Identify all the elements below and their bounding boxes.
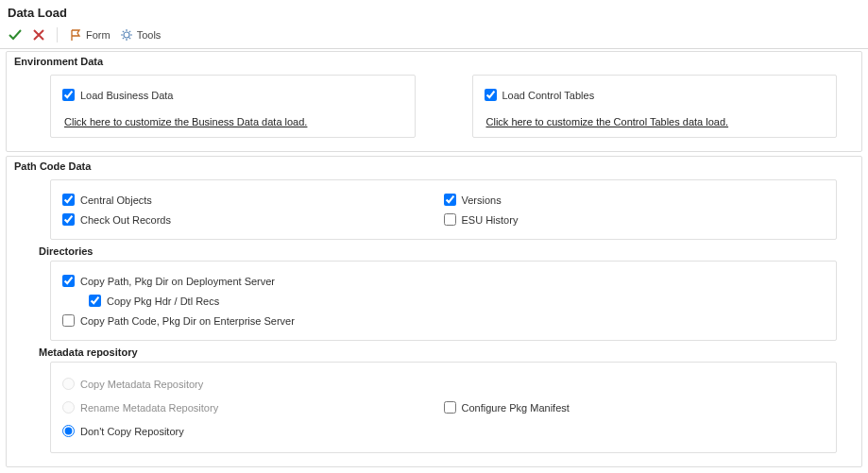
tools-menu-label: Tools: [137, 29, 162, 41]
rename-metadata-repo-label[interactable]: Rename Metadata Repository: [80, 402, 218, 414]
svg-line-7: [128, 31, 129, 32]
copy-metadata-repo-radio[interactable]: [62, 378, 75, 390]
dont-copy-repo-radio[interactable]: [62, 425, 75, 437]
load-business-data-checkbox[interactable]: [62, 89, 75, 101]
form-menu[interactable]: Form: [69, 28, 111, 42]
toolbar-menus: Form Tools: [69, 28, 161, 42]
check-icon: [8, 27, 23, 42]
check-out-records-label[interactable]: Check Out Records: [80, 214, 171, 226]
copy-pkg-hdr-dtl-label[interactable]: Copy Pkg Hdr / Dtl Recs: [107, 296, 219, 307]
customize-control-tables-link[interactable]: Click here to customize the Control Tabl…: [486, 116, 729, 127]
load-control-tables-label[interactable]: Load Control Tables: [502, 90, 595, 101]
esu-history-label[interactable]: ESU History: [462, 214, 519, 226]
tools-menu[interactable]: Tools: [120, 28, 162, 42]
copy-pkg-hdr-dtl-checkbox[interactable]: [89, 295, 101, 307]
load-control-tables-checkbox[interactable]: [485, 89, 497, 101]
copy-path-pkg-deploy-checkbox[interactable]: [62, 275, 75, 287]
environment-section-title: Environment Data: [12, 56, 856, 71]
customize-business-data-link[interactable]: Click here to customize the Business Dat…: [64, 116, 307, 127]
directories-title: Directories: [39, 245, 856, 257]
toolbar: Form Tools: [0, 24, 868, 49]
metadata-title: Metadata repository: [39, 346, 856, 358]
check-out-records-checkbox[interactable]: [62, 213, 75, 226]
business-data-box: Load Business Data Click here to customi…: [50, 75, 416, 138]
svg-line-8: [122, 38, 123, 39]
dont-copy-repo-label[interactable]: Don't Copy Repository: [80, 426, 184, 437]
toolbar-actions: [8, 27, 45, 42]
directories-box: Copy Path, Pkg Dir on Deployment Server …: [50, 261, 837, 341]
toolbar-divider: [57, 27, 58, 42]
versions-checkbox[interactable]: [444, 194, 456, 206]
metadata-box: Copy Metadata Repository Rename Metadata…: [50, 362, 837, 453]
pathcode-top-box: Central Objects Check Out Records Versio…: [50, 179, 837, 240]
close-icon: [32, 28, 45, 42]
environment-data-section: Environment Data Load Business Data Clic…: [6, 51, 862, 152]
configure-pkg-manifest-label[interactable]: Configure Pkg Manifest: [462, 402, 570, 414]
flag-icon: [69, 28, 82, 42]
ok-button[interactable]: [8, 27, 23, 42]
control-tables-box: Load Control Tables Click here to custom…: [472, 75, 838, 138]
copy-metadata-repo-label[interactable]: Copy Metadata Repository: [80, 379, 203, 390]
path-code-data-section: Path Code Data Central Objects Check Out…: [6, 156, 862, 467]
gear-icon: [120, 28, 133, 42]
svg-point-0: [124, 32, 129, 38]
cancel-button[interactable]: [32, 28, 45, 42]
central-objects-label[interactable]: Central Objects: [80, 194, 152, 206]
load-business-data-label[interactable]: Load Business Data: [80, 90, 173, 101]
rename-metadata-repo-radio[interactable]: [62, 401, 75, 414]
page-title: Data Load: [0, 0, 868, 24]
esu-history-checkbox[interactable]: [444, 213, 456, 226]
copy-pathcode-pkg-enterprise-checkbox[interactable]: [62, 314, 75, 327]
versions-label[interactable]: Versions: [462, 194, 502, 206]
configure-pkg-manifest-checkbox[interactable]: [444, 401, 456, 414]
copy-path-pkg-deploy-label[interactable]: Copy Path, Pkg Dir on Deployment Server: [80, 276, 275, 287]
svg-line-6: [128, 38, 129, 39]
pathcode-section-title: Path Code Data: [12, 160, 856, 176]
form-menu-label: Form: [86, 29, 111, 41]
svg-line-5: [122, 31, 123, 32]
copy-pathcode-pkg-enterprise-label[interactable]: Copy Path Code, Pkg Dir on Enterprise Se…: [80, 315, 295, 327]
central-objects-checkbox[interactable]: [62, 194, 75, 206]
